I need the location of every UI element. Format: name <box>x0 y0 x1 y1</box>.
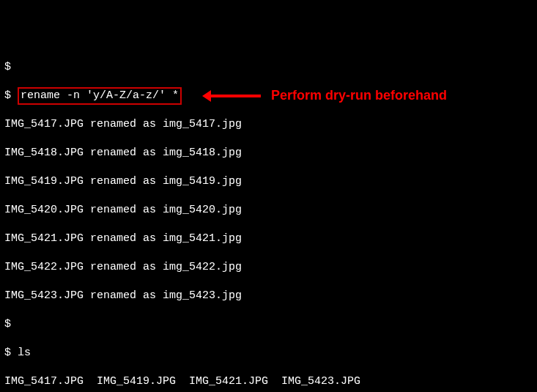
output-line: IMG_5420.JPG renamed as img_5420.jpg <box>4 203 533 218</box>
ls-command: ls <box>18 347 31 359</box>
output-line: IMG_5423.JPG renamed as img_5423.jpg <box>4 289 533 303</box>
arrow-left-icon <box>210 95 261 97</box>
highlighted-command-1: rename -n 'y/A-Z/a-z/' * <box>18 87 182 105</box>
output-line: IMG_5419.JPG renamed as img_5419.jpg <box>4 174 533 189</box>
shell-prompt: $ <box>4 61 11 73</box>
prompt-line[interactable]: $ <box>4 317 533 332</box>
shell-prompt: $ <box>4 347 18 359</box>
output-line: IMG_5417.JPG IMG_5419.JPG IMG_5421.JPG I… <box>4 374 533 389</box>
ls-command-line-1[interactable]: $ ls <box>4 346 533 360</box>
prompt-line[interactable]: $ <box>4 60 533 75</box>
annotation-1: Perform dry-run beforehand <box>210 87 447 104</box>
command-line-1[interactable]: $ rename -n 'y/A-Z/a-z/' *Perform dry-ru… <box>4 89 533 103</box>
shell-prompt: $ <box>4 318 11 330</box>
output-line: IMG_5422.JPG renamed as img_5422.jpg <box>4 260 533 275</box>
output-line: IMG_5417.JPG renamed as img_5417.jpg <box>4 117 533 132</box>
output-line: IMG_5421.JPG renamed as img_5421.jpg <box>4 232 533 246</box>
annotation-text-1: Perform dry-run beforehand <box>271 87 447 104</box>
shell-prompt: $ <box>4 89 18 102</box>
output-line: IMG_5418.JPG renamed as img_5418.jpg <box>4 146 533 160</box>
